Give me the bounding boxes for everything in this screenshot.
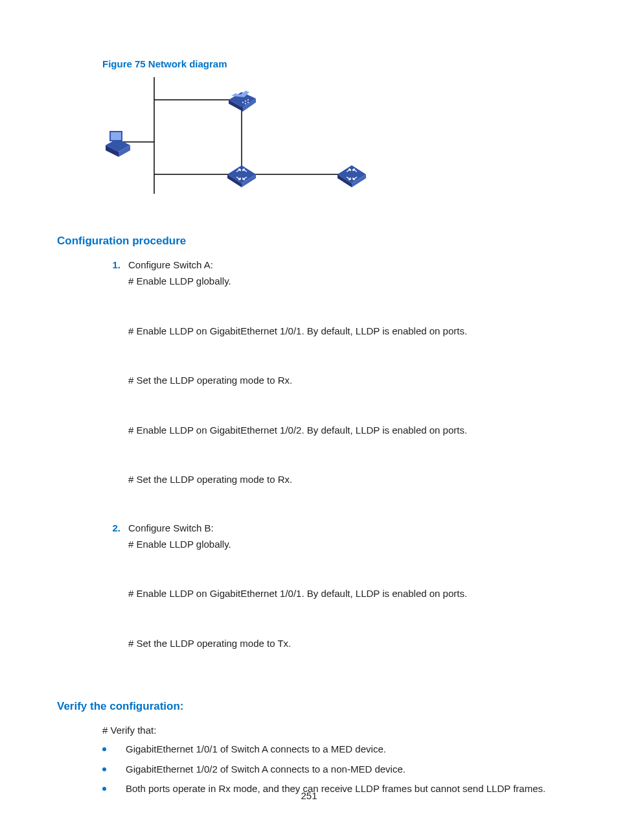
bullet-icon — [102, 787, 106, 791]
step-number: 2. — [102, 522, 120, 533]
step-title: Configure Switch A: — [128, 259, 213, 270]
bullet-text: Both ports operate in Rx mode, and they … — [126, 782, 545, 797]
bullet-text: GigabitEthernet 1/0/2 of Switch A connec… — [126, 762, 406, 777]
svg-point-6 — [245, 100, 246, 102]
step-line: # Enable LLDP globally. — [128, 274, 561, 289]
verify-bullet: GigabitEthernet 1/0/1 of Switch A connec… — [102, 742, 561, 757]
bullet-icon — [102, 747, 106, 751]
svg-point-8 — [242, 102, 244, 103]
step-line: # Enable LLDP on GigabitEthernet 1/0/1. … — [128, 587, 561, 601]
svg-point-7 — [247, 99, 249, 100]
network-diagram — [102, 77, 561, 209]
step-2: 2. Configure Switch B: — [102, 522, 561, 533]
step-title: Configure Switch B: — [128, 522, 214, 533]
figure-caption: Figure 75 Network diagram — [102, 58, 561, 69]
verify-bullet: GigabitEthernet 1/0/2 of Switch A connec… — [102, 762, 561, 777]
svg-point-10 — [245, 103, 246, 104]
svg-point-9 — [247, 102, 249, 103]
step-1: 1. Configure Switch A: — [102, 259, 561, 270]
config-procedure-heading: Configuration procedure — [57, 235, 561, 248]
step-number: 1. — [102, 259, 120, 270]
step-line: # Set the LLDP operating mode to Rx. — [128, 472, 561, 487]
step-line: # Enable LLDP on GigabitEthernet 1/0/1. … — [128, 324, 561, 339]
verify-intro: # Verify that: — [102, 725, 561, 736]
step-line: # Enable LLDP on GigabitEthernet 1/0/2. … — [128, 423, 561, 438]
verify-bullet: Both ports operate in Rx mode, and they … — [102, 782, 561, 797]
verify-heading: Verify the configuration: — [57, 700, 561, 713]
step-line: # Enable LLDP globally. — [128, 537, 561, 552]
step-line: # Set the LLDP operating mode to Tx. — [128, 636, 561, 651]
bullet-icon — [102, 767, 106, 771]
bullet-text: GigabitEthernet 1/0/1 of Switch A connec… — [126, 742, 386, 757]
page-number: 251 — [301, 790, 317, 801]
step-line: # Set the LLDP operating mode to Rx. — [128, 373, 561, 388]
